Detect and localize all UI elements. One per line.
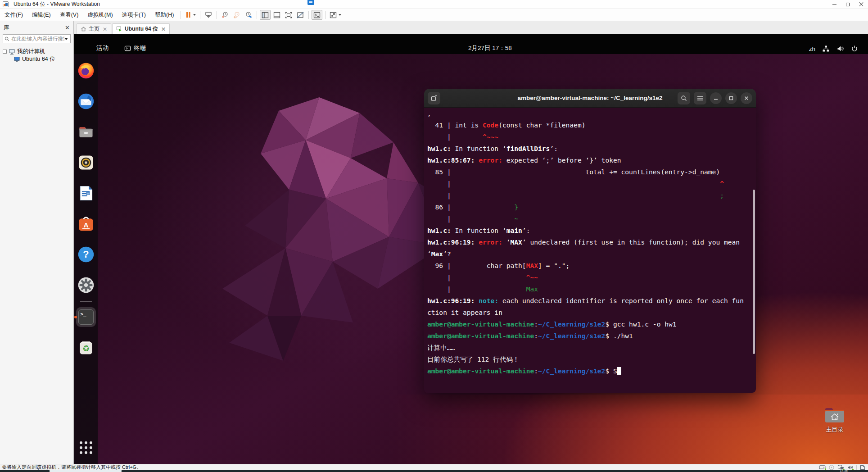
tree-expander-icon[interactable]: [3, 50, 7, 54]
clock-menu[interactable]: 2月27日 17：58: [468, 44, 512, 52]
terminal-line: 计算中……: [427, 342, 756, 354]
dock-item-trash[interactable]: ♻: [76, 338, 96, 358]
fit-dropdown-caret[interactable]: [339, 14, 341, 16]
show-thumbnail-bar-button[interactable]: [271, 10, 282, 20]
tree-item-ubuntu-vm[interactable]: Ubuntu 64 位: [0, 55, 73, 63]
menu-帮助(H)[interactable]: 帮助(H): [150, 9, 178, 21]
terminal-menu-button[interactable]: [694, 92, 706, 104]
terminal-line: hw1.c:85:67: error: expected ‘;’ before …: [427, 154, 756, 166]
minimize-button[interactable]: [827, 0, 841, 9]
terminal-line: hw1.c: In function ‘findAllDirs’:: [427, 143, 756, 154]
dock-item-thunderbird[interactable]: [76, 91, 96, 111]
menubar: 文件(F)编辑(E)查看(V)虚拟机(M)选项卡(T)帮助(H): [0, 9, 868, 21]
terminal-scrollbar[interactable]: [753, 190, 755, 354]
dock-item-firefox[interactable]: [76, 61, 96, 81]
new-tab-icon: [430, 95, 438, 102]
library-search-input[interactable]: 在此处键入内容进行搜索: [3, 34, 71, 43]
terminal-screen[interactable]: , 41 | int is Code(const char *filenaem)…: [424, 108, 756, 393]
activities-button[interactable]: 活动: [96, 44, 108, 52]
focused-app-label: 终端: [134, 44, 146, 52]
unity-mode-button[interactable]: [295, 10, 306, 20]
terminal-line: amber@amber-virtual-machine:~/C_learning…: [427, 318, 756, 330]
terminal-minimize-button[interactable]: [710, 92, 722, 104]
vm-play-icon: [116, 26, 122, 32]
search-dropdown-caret[interactable]: [64, 38, 68, 40]
sound-status-icon[interactable]: [847, 465, 853, 470]
terminal-search-button[interactable]: [678, 92, 690, 104]
host-taskbar-peek[interactable]: [307, 0, 314, 5]
show-applications-button[interactable]: [80, 441, 92, 454]
message-status-icon[interactable]: [860, 465, 865, 470]
tab-close-icon[interactable]: ✕: [103, 26, 107, 32]
focused-app-menu[interactable]: 终端: [124, 44, 146, 52]
home-folder-desktop-icon[interactable]: 主目录: [820, 406, 849, 434]
send-ctrl-alt-del-icon: [205, 11, 212, 18]
pause-vm-button[interactable]: [184, 10, 197, 20]
vm-display[interactable]: 活动 终端 2月27日 17：58 zh A: [74, 34, 868, 464]
revert-snapshot-button[interactable]: [231, 10, 242, 20]
terminal-line: 96 | char path[MAX] = ".";: [427, 260, 756, 272]
network-icon[interactable]: [822, 45, 830, 52]
terminal-maximize-button[interactable]: [725, 92, 737, 104]
dock-item-help[interactable]: ?: [76, 245, 96, 264]
fit-guest-button[interactable]: [328, 10, 343, 20]
console-view-button[interactable]: [312, 10, 322, 20]
new-tab-button[interactable]: [428, 92, 440, 104]
library-close-icon[interactable]: ✕: [65, 26, 70, 30]
close-button[interactable]: [854, 0, 868, 9]
power-icon[interactable]: [851, 45, 858, 52]
tab-ubuntu-vm[interactable]: Ubuntu 64 位 ✕: [112, 23, 170, 34]
dock-item-ubuntu-software[interactable]: A: [76, 214, 96, 234]
files-icon: [77, 123, 95, 141]
libreoffice-writer-icon: [77, 184, 95, 202]
menu-编辑(E)[interactable]: 编辑(E): [27, 9, 55, 21]
firefox-icon: [77, 62, 95, 80]
hard-disk-status-icon[interactable]: [819, 465, 826, 470]
fullscreen-button[interactable]: [283, 10, 294, 20]
tab-home[interactable]: 主页 ✕: [77, 23, 111, 34]
home-folder-label: 主目录: [826, 426, 844, 433]
tree-item-my-computer[interactable]: 我的计算机: [0, 48, 73, 55]
send-ctrl-alt-del-button[interactable]: [203, 10, 214, 20]
terminal-line: 85 | total += countLines(entry->d_name): [427, 166, 756, 178]
host-clock: 17:58: [840, 469, 848, 472]
tab-close-icon[interactable]: ✕: [161, 26, 166, 32]
snapshot-manager-button[interactable]: [243, 10, 254, 20]
dock-item-rhythmbox[interactable]: [76, 153, 96, 172]
terminal-window: amber@amber-virtual-machine: ~/C_learnin…: [424, 89, 756, 393]
terminal-line: amber@amber-virtual-machine:~/C_learning…: [427, 365, 756, 377]
take-snapshot-button[interactable]: [220, 10, 231, 20]
menu-文件(F)[interactable]: 文件(F): [0, 9, 27, 21]
system-status-area[interactable]: zh: [809, 45, 858, 52]
maximize-button[interactable]: [841, 0, 854, 9]
input-indicator[interactable]: zh: [809, 45, 815, 52]
tree-item-label: 我的计算机: [17, 48, 45, 55]
terminal-header[interactable]: amber@amber-virtual-machine: ~/C_learnin…: [424, 89, 756, 108]
dock-item-libreoffice-writer[interactable]: [76, 183, 96, 203]
host-taskbar[interactable]: 17:58: [0, 470, 868, 472]
menu-选项卡(T)[interactable]: 选项卡(T): [118, 9, 150, 21]
menu-虚拟机(M)[interactable]: 虚拟机(M): [83, 9, 117, 21]
volume-icon[interactable]: [836, 45, 844, 52]
menu-items: 文件(F)编辑(E)查看(V)虚拟机(M)选项卡(T)帮助(H): [0, 9, 178, 21]
vmware-logo-icon: [3, 1, 9, 7]
home-folder-icon: [824, 406, 845, 424]
hamburger-menu-icon: [697, 95, 703, 101]
menu-查看(V)[interactable]: 查看(V): [55, 9, 83, 21]
terminal-close-button[interactable]: [741, 92, 752, 104]
cd-rom-status-icon[interactable]: [829, 465, 834, 470]
tab-bar: 主页 ✕ Ubuntu 64 位 ✕: [74, 21, 868, 34]
vmware-titlebar: Ubuntu 64 位 - VMware Workstation: [0, 0, 868, 9]
dock-item-files[interactable]: [76, 122, 96, 142]
dock-separator: [80, 301, 92, 302]
show-library-button[interactable]: [260, 10, 271, 20]
show-thumbnail-bar-icon: [273, 12, 280, 18]
host-search-box[interactable]: [50, 470, 122, 472]
svg-text:?: ?: [83, 249, 89, 260]
svg-text:A: A: [83, 221, 88, 229]
tree-item-label: Ubuntu 64 位: [22, 55, 55, 63]
terminal-icon: >_: [78, 309, 94, 325]
pause-dropdown-caret[interactable]: [193, 14, 196, 16]
dock-item-settings[interactable]: [76, 275, 96, 295]
dock-item-terminal[interactable]: >_: [76, 307, 96, 327]
